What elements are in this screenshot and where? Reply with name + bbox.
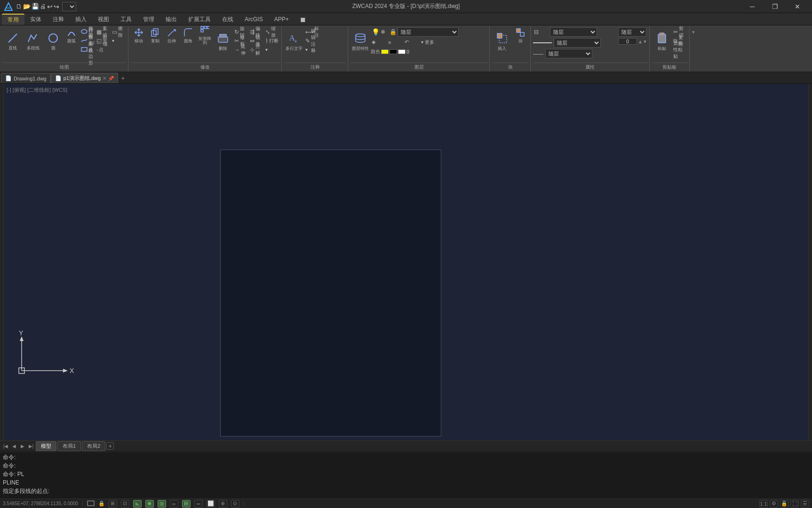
props-layer-select[interactable]: 随层 [550, 27, 597, 37]
ribbon-collapse-btn[interactable]: ▾ [691, 28, 696, 36]
region-tool[interactable]: ◱ 面域 [96, 36, 111, 45]
doc-tab-pl-demo[interactable]: 📄 p1演示图纸.dwg ✕ 📌 [51, 73, 118, 83]
tab-home[interactable]: 常用 [2, 14, 24, 25]
close-btn[interactable]: ✕ [787, 0, 808, 13]
svg-point-4 [81, 30, 87, 33]
undo-btn[interactable]: ↩ [47, 3, 53, 10]
extend-tool[interactable]: →延伸 [233, 45, 248, 54]
redo-btn[interactable]: ↪ [54, 3, 59, 10]
lineweight-input[interactable] [618, 38, 637, 45]
print-btn[interactable]: 🖨 [40, 3, 46, 10]
lineweight-btn[interactable]: ═ [194, 500, 203, 508]
copy-tool[interactable]: 复制 [147, 27, 163, 43]
layer-properties-tool[interactable]: 图层特性 [350, 27, 370, 56]
paste-tool[interactable]: 粘贴 [652, 27, 672, 56]
doc-tab-drawing1[interactable]: 📄 Drawing1.dwg [1, 73, 51, 83]
props-lineweight-select[interactable]: 随层 [545, 49, 592, 58]
new-tab-btn[interactable]: + [118, 73, 127, 83]
layer-dropdown[interactable]: 随层 [398, 27, 459, 37]
fillet-tool[interactable]: 圆角 [180, 27, 196, 43]
layout-nav-prev[interactable]: ◀ [10, 442, 18, 450]
canvas-viewport[interactable]: [-] [俯视] [二维线框] [WCS] Y X [4, 84, 808, 440]
wipeout-tool[interactable]: ▭ 擦除 [111, 27, 126, 36]
tab-help-icon[interactable]: ◼ [295, 14, 311, 25]
polyline-tool[interactable]: 多段线 [23, 27, 43, 56]
3d-osnap-btn[interactable]: ⊙ [231, 500, 239, 508]
tab-insert[interactable]: 插入 [70, 14, 92, 25]
polar-btn[interactable]: ⊕ [145, 500, 154, 508]
insert-block-tool[interactable]: 插入 [492, 27, 512, 56]
block-define-tool[interactable]: 块 [512, 27, 528, 43]
layout-tab-1[interactable]: 布局1 [57, 441, 81, 451]
stretch-tool[interactable]: 拉伸 [164, 27, 180, 43]
app-menu-btn[interactable]: ☰ [801, 500, 809, 508]
group-block: 插入 块 块 [490, 26, 531, 71]
tab-extensions[interactable]: 扩展工具 [183, 14, 216, 25]
layer-prev-btn[interactable]: ↶ [404, 38, 419, 47]
snap-grid-btn[interactable]: ⊞ [109, 500, 117, 508]
lineweight-value-select[interactable]: 随层 [618, 27, 646, 37]
tab-tools[interactable]: 工具 [115, 14, 137, 25]
break-tool[interactable]: ⌇打断 [264, 36, 279, 45]
restore-btn[interactable]: ❐ [764, 0, 786, 13]
layer-freeze-btn[interactable]: ❄ [380, 28, 387, 37]
layout-nav-first[interactable]: |◀ [2, 442, 9, 450]
layout-nav-last[interactable]: ▶| [27, 442, 35, 450]
draw-expand[interactable]: ▾ [111, 36, 126, 45]
tab-annotation[interactable]: 注释 [47, 14, 70, 25]
otrack-btn[interactable]: ∞ [170, 500, 178, 508]
array-tool[interactable]: 矩形阵列 [197, 27, 213, 43]
layer-on-btn[interactable]: 💡 [371, 28, 378, 37]
save-btn[interactable]: 💾 [32, 3, 39, 10]
doc-tab-pin-icon[interactable]: 📌 [108, 76, 114, 81]
point-tool[interactable]: · 点 [96, 45, 111, 54]
tab-output[interactable]: 输出 [160, 14, 183, 25]
props-linetype-select[interactable]: 随层 [554, 38, 601, 48]
workspace-dropdown[interactable]: 二维草图与注释 [62, 2, 76, 11]
workspace-btn[interactable]: ⚙ [770, 500, 778, 508]
tab-manage[interactable]: 管理 [137, 14, 160, 25]
layer-lock-btn[interactable]: 🔒 [389, 28, 396, 37]
move-tool[interactable]: 移动 [131, 27, 147, 43]
layout-add-btn[interactable]: + [106, 442, 114, 450]
svg-rect-20 [520, 32, 524, 36]
tab-arcgis[interactable]: ArcGIS [239, 14, 269, 25]
scale-tool[interactable]: ⤡缩放 [264, 27, 279, 36]
layer-more-btn[interactable]: ▾ 更多 [420, 38, 435, 47]
arc-tool[interactable]: 圆弧 [64, 27, 80, 43]
transparency-btn[interactable]: ⬜ [207, 500, 215, 508]
multitext-tool[interactable]: A a 多行文字 [284, 27, 304, 56]
line-tool[interactable]: 直线 [3, 27, 23, 56]
explode-tool[interactable]: ⊹分解 [249, 45, 264, 54]
fullscreen-btn[interactable]: ⛶ [790, 500, 799, 508]
layout-tab-model[interactable]: 模型 [36, 441, 56, 451]
layout-tab-2[interactable]: 布局2 [82, 441, 105, 451]
tab-online[interactable]: 在线 [216, 14, 239, 25]
new-btn[interactable]: 🗋 [16, 3, 22, 10]
modify-expand[interactable]: ▾ [264, 45, 279, 54]
lock-ui-btn[interactable]: 🔒 [780, 500, 788, 508]
annotation-scale-btn[interactable]: 1:1 [759, 500, 768, 508]
ortho-btn[interactable]: ⊾ [133, 500, 142, 508]
minimize-btn[interactable]: ─ [741, 0, 763, 13]
dynin-btn[interactable]: ⊟ [182, 500, 191, 508]
snap-btn[interactable]: ⊡ [121, 500, 129, 508]
layer-isolate-btn[interactable]: ◈ [371, 38, 386, 47]
layout-nav-next[interactable]: ▶ [19, 442, 26, 450]
open-btn[interactable]: 📂 [23, 3, 31, 10]
rect-tool[interactable]: 矩形/多边形 [80, 45, 95, 54]
doc-tab-close-btn[interactable]: ✕ [103, 76, 106, 81]
paste-special-tool[interactable]: 选择性粘贴 [672, 45, 687, 54]
layer-match-btn[interactable]: ≡ [387, 38, 402, 47]
lineweight-arrows[interactable]: ▲▼ [638, 39, 647, 44]
select-cycle-btn[interactable]: ⊗ [219, 500, 227, 508]
tab-solid[interactable]: 实体 [24, 14, 47, 25]
edit-annotate-tool[interactable]: ✎编辑注释 [304, 36, 319, 45]
osnap-btn[interactable]: ◎ [158, 500, 166, 508]
erase-tool[interactable]: 删除 [213, 27, 233, 56]
tab-view[interactable]: 视图 [92, 14, 115, 25]
annotation-expand[interactable]: ▾ [304, 45, 319, 54]
circle-tool[interactable]: 圆 [43, 27, 63, 56]
draw-tools: 直线 多段线 圆 圆弧 [3, 27, 126, 62]
tab-app[interactable]: APP+ [269, 14, 295, 25]
